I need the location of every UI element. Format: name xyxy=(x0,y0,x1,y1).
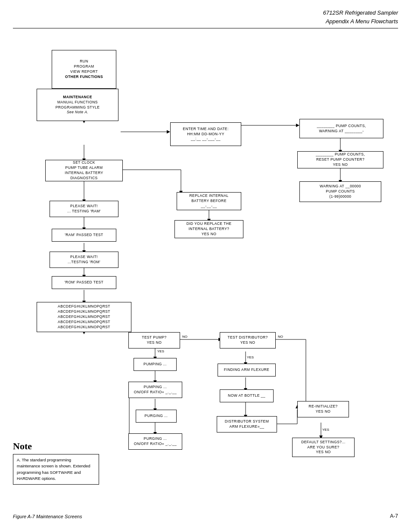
note-title: Note xyxy=(13,441,99,452)
svg-text:NO: NO xyxy=(278,335,283,339)
pumping1-box: PUMPING ... xyxy=(134,358,177,371)
enter-time-box: ENTER TIME AND DATE: HH:MM DD-MON-YY __:… xyxy=(170,122,241,146)
main-menu-line1: RUN xyxy=(65,59,103,64)
test-pump-box: TEST PUMP? YES NO xyxy=(128,332,180,348)
dyr-line1: DID YOU REPLACE THE xyxy=(187,221,232,227)
svg-text:NO: NO xyxy=(182,335,187,339)
distributor-system-box: DISTRIBUTOR SYSTEM ARM FLEXURE=__ xyxy=(217,416,277,432)
now-at-bottle-box: NOW AT BOTTLE __ xyxy=(220,389,274,402)
rom-passed-box: 'ROM' PASSED TEST xyxy=(52,276,116,289)
pump-counts-reset-box: ________ PUMP COUNTS, RESET PUMP COUNTER… xyxy=(297,151,383,168)
default-settings-box: DEFAULT SETTINGS?... ARE YOU SURE? YES N… xyxy=(292,438,355,457)
abc-line4: ABCDEFGHIJKLMNOPQRST xyxy=(58,320,110,325)
purging1-text: PURGING ... xyxy=(145,414,168,419)
maint-line2: MANUAL FUNCTIONS xyxy=(56,100,100,105)
enter-time-line3: __:__ __-___-__ xyxy=(183,137,228,142)
note-box: A. The standard programming maintenance … xyxy=(13,454,99,485)
maint-line1: MAINTENANCE xyxy=(56,95,100,100)
reinitialize-box: RE-INITIALIZE? YES NO xyxy=(297,401,349,417)
finding-arm-box: FINDING ARM FLEXURE xyxy=(218,364,276,376)
td-line2: YES NO xyxy=(227,340,268,345)
enter-time-line2: HH:MM DD-MON-YY xyxy=(183,132,228,137)
wa-line1: WARNING AT __00000 xyxy=(320,184,361,189)
rb-line2: BATTERY BEFORE xyxy=(190,199,229,204)
pcr-line2: RESET PUMP COUNTER? xyxy=(316,157,365,162)
pump-counts-warning-box: ________ PUMP COUNTS, WARNING AT _______… xyxy=(299,119,383,138)
note-section: Note A. The standard programming mainten… xyxy=(13,441,99,485)
pumping1-text: PUMPING ... xyxy=(143,362,167,367)
td-line1: TEST DISTRIBUTOR? xyxy=(227,335,268,340)
set-clock-line1: SET CLOCK xyxy=(65,160,103,165)
pwr-line1: PLEASE WAIT! xyxy=(67,204,101,209)
purging2-line1: PURGING ... xyxy=(134,436,177,442)
enter-time-line1: ENTER TIME AND DATE: xyxy=(183,127,228,132)
main-menu-line2: PROGRAM xyxy=(65,64,103,69)
ds-line2: ARM FLEXURE=__ xyxy=(225,424,269,429)
def-line3: YES NO xyxy=(301,450,346,455)
ram-passed-box: 'RAM' PASSED TEST xyxy=(52,229,116,242)
set-clock-line4: DIAGNOSTICS xyxy=(65,176,103,181)
ri-line2: YES NO xyxy=(308,409,337,414)
rom-passed-text: 'ROM' PASSED TEST xyxy=(65,280,103,285)
please-wait-ram-box: PLEASE WAIT! ... TESTING 'RAM' xyxy=(50,201,118,217)
purging1-box: PURGING ... xyxy=(136,410,177,423)
pcr-line3: YES NO xyxy=(316,162,365,168)
svg-marker-9 xyxy=(167,130,170,134)
def-line2: ARE YOU SURE? xyxy=(301,445,346,450)
purging2-line2: ON/OFF RATIO= _._.__ xyxy=(134,442,177,447)
def-line1: DEFAULT SETTINGS?... xyxy=(301,440,346,445)
abc-block-box: ABCDEFGHIJKLMNOPQRST ABCDEFGHIJKLMNOPQRS… xyxy=(37,302,131,332)
note-content: A. The standard programming maintenance … xyxy=(17,457,90,481)
pwr-line2: ... TESTING 'RAM' xyxy=(67,209,101,214)
pcw-line1: ________ PUMP COUNTS, xyxy=(317,124,366,129)
test-distributor-box: TEST DISTRIBUTOR? YES NO xyxy=(220,332,276,348)
set-clock-box: SET CLOCK PUMP TUBE ALARM INTERNAL BATTE… xyxy=(45,160,123,181)
wa-line2: PUMP COUNTS xyxy=(320,189,361,194)
pwrom-line1: PLEASE WAIT! xyxy=(68,255,100,260)
did-you-replace-box: DID YOU REPLACE THE INTERNAL BATTERY? YE… xyxy=(174,220,243,238)
pumping2-line2: ON/OFF RATIO= _._.__ xyxy=(134,390,177,395)
replace-battery-box: REPLACE INTERNAL BATTERY BEFORE __-__-__ xyxy=(177,192,241,210)
page-container: 6712SR Refrigerated Sampler Appendix A M… xyxy=(0,0,411,532)
pumping2-box: PUMPING ... ON/OFF RATIO= _._.__ xyxy=(128,382,182,398)
svg-text:YES: YES xyxy=(157,349,164,353)
abc-line1: ABCDEFGHIJKLMNOPQRST xyxy=(58,304,110,309)
ds-line1: DISTRIBUTOR SYSTEM xyxy=(225,419,269,424)
maintenance-menu-box: MAINTENANCE MANUAL FUNCTIONS PROGRAMMING… xyxy=(37,89,118,121)
svg-text:YES: YES xyxy=(247,355,254,359)
dyr-line3: YES NO xyxy=(187,232,232,237)
warning-at-box: WARNING AT __00000 PUMP COUNTS (1-99)000… xyxy=(299,181,381,202)
pcr-line1: ________ PUMP COUNTS, xyxy=(316,152,365,157)
maint-line3: PROGRAMMING STYLE xyxy=(56,105,100,110)
abc-line5: ABCDEFGHIJKLMNOPQRST xyxy=(58,325,110,330)
tp-line1: TEST PUMP? xyxy=(142,335,166,340)
rb-line3: __-__-__ xyxy=(190,204,229,209)
dyr-line2: INTERNAL BATTERY? xyxy=(187,227,232,232)
purging2-box: PURGING ... ON/OFF RATIO= _._.__ xyxy=(128,433,182,450)
page-header: 6712SR Refrigerated Sampler Appendix A M… xyxy=(13,9,398,28)
pumping2-line1: PUMPING ... xyxy=(134,385,177,390)
maint-line4: See Note A. xyxy=(56,110,100,115)
wa-line3: (1-99)00000 xyxy=(320,194,361,199)
page-number: A-7 xyxy=(390,513,398,519)
svg-text:YES: YES xyxy=(322,428,329,432)
set-clock-line3: INTERNAL BATTERY xyxy=(65,171,103,176)
pcw-line2: WARNING AT ________- xyxy=(317,129,366,134)
tp-line2: YES NO xyxy=(142,340,166,345)
flowchart-area: YES NO YES xyxy=(13,33,398,485)
abc-line2: ABCDEFGHIJKLMNOPQRST xyxy=(58,309,110,314)
ram-passed-text: 'RAM' PASSED TEST xyxy=(65,233,103,238)
svg-marker-11 xyxy=(296,124,299,127)
figure-caption: Figure A-7 Maintenance Screens xyxy=(13,514,82,519)
header-line2: Appendix A Menu Flowcharts xyxy=(13,17,398,26)
fa-text: FINDING ARM FLEXURE xyxy=(224,367,269,373)
main-menu-line3: VIEW REPORT xyxy=(65,69,103,75)
pwrom-line2: ...TESTING 'ROM' xyxy=(68,260,100,265)
set-clock-line2: PUMP TUBE ALARM xyxy=(65,165,103,171)
header-line1: 6712SR Refrigerated Sampler xyxy=(13,9,398,17)
main-menu-line4: OTHER FUNCTIONS xyxy=(65,75,103,80)
rb-line1: REPLACE INTERNAL xyxy=(190,193,229,199)
nab-text: NOW AT BOTTLE __ xyxy=(228,393,265,398)
please-wait-rom-box: PLEASE WAIT! ...TESTING 'ROM' xyxy=(50,252,118,268)
abc-line3: ABCDEFGHIJKLMNOPQRST xyxy=(58,314,110,320)
